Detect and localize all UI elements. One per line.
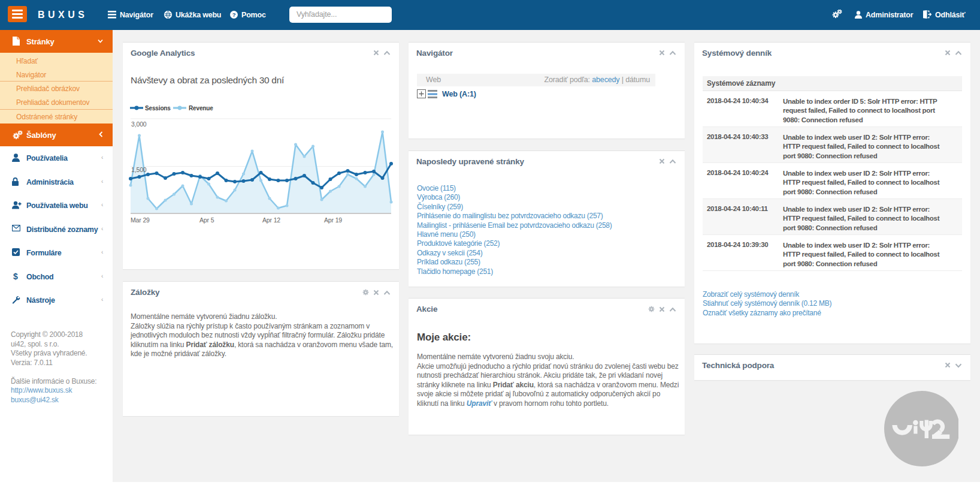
svg-text:Sessions: Sessions	[145, 105, 171, 112]
svg-text:Apr 12: Apr 12	[262, 216, 280, 224]
svg-text:?: ?	[232, 11, 236, 18]
svg-text:Apr 19: Apr 19	[324, 216, 342, 224]
svg-text:Apr 5: Apr 5	[199, 216, 214, 224]
svg-text:1,500: 1,500	[131, 166, 147, 173]
svg-text:3,000: 3,000	[131, 121, 147, 128]
svg-text:Mar 29: Mar 29	[131, 216, 150, 224]
svg-text:Revenue: Revenue	[189, 105, 213, 112]
